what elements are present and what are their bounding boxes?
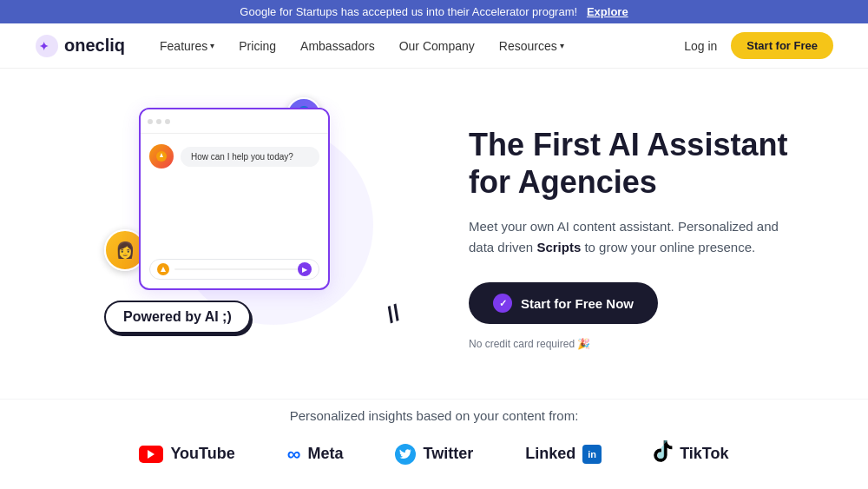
nav-pricing[interactable]: Pricing (239, 39, 276, 53)
meta-label: Meta (307, 445, 343, 463)
chat-input[interactable]: ▶ (149, 259, 319, 280)
banner-link[interactable]: Explore (587, 5, 628, 18)
logo-icon: ✦ (35, 34, 59, 58)
nav-features[interactable]: Features ▾ (160, 39, 214, 53)
logos-row: YouTube ∞ Meta Twitter Linked in (0, 440, 868, 467)
chat-bot-avatar (149, 144, 174, 169)
tiktok-logo: TikTok (654, 440, 728, 467)
twitter-logo: Twitter (395, 444, 473, 465)
twitter-label: Twitter (423, 445, 473, 463)
logos-section: Personalized insights based on your cont… (0, 399, 868, 481)
logo-text: onecliq (64, 36, 125, 56)
hero-bold: Scripts (536, 240, 581, 254)
svg-marker-4 (161, 267, 166, 272)
nav-actions: Log in Start for Free (684, 32, 833, 59)
nav-resources[interactable]: Resources ▾ (499, 39, 564, 53)
navbar: ✦ onecliq Features ▾ Pricing Ambassadors… (0, 23, 868, 69)
nav-ambassadors[interactable]: Ambassadors (300, 39, 375, 53)
chat-input-placeholder (174, 268, 298, 270)
deco-lines: // (387, 302, 399, 325)
tiktok-icon (654, 440, 673, 467)
twitter-icon (395, 444, 416, 465)
no-credit-card-text: No credit card required 🎉 (469, 338, 799, 350)
ai-badge: Powered by AI ;) (104, 301, 251, 334)
tiktok-label: TikTok (680, 445, 728, 463)
announcement-banner: Google for Startups has accepted us into… (0, 0, 868, 23)
chat-message: How can I help you today? (141, 134, 328, 179)
hero-content: The First AI Assistant for Agencies Meet… (451, 126, 799, 350)
login-button[interactable]: Log in (684, 39, 717, 53)
svg-text:✦: ✦ (39, 40, 49, 53)
check-icon: ✓ (493, 294, 512, 313)
hero-section: 👤 👩 How can I help you today? (0, 69, 868, 399)
chat-header (141, 109, 328, 134)
chat-bubble: How can I help you today? (181, 147, 319, 167)
linkedin-text-brand: Linked (525, 445, 575, 463)
chevron-icon: ▾ (560, 41, 564, 50)
logo[interactable]: ✦ onecliq (35, 34, 125, 58)
youtube-label: YouTube (170, 445, 234, 463)
meta-logo: ∞ Meta (287, 443, 344, 466)
youtube-icon (139, 446, 163, 463)
youtube-play-icon (148, 450, 155, 459)
meta-icon: ∞ (287, 443, 301, 466)
chat-window: How can I help you today? ▶ (139, 108, 330, 290)
logos-title: Personalized insights based on your cont… (0, 408, 868, 423)
hero-description: Meet your own AI content assistant. Pers… (469, 216, 799, 258)
chat-dot-2 (156, 119, 161, 124)
cta-button[interactable]: ✓ Start for Free Now (469, 282, 658, 324)
avatar-person-left-icon: 👩 (115, 241, 135, 260)
linkedin-logo: Linked in (525, 445, 602, 464)
nav-company[interactable]: Our Company (399, 39, 475, 53)
cta-label: Start for Free Now (521, 296, 634, 311)
youtube-logo: YouTube (139, 445, 234, 463)
hero-illustration: 👤 👩 How can I help you today? (87, 90, 417, 386)
chat-input-icon (157, 263, 169, 275)
chat-dot-1 (148, 119, 153, 124)
start-free-button[interactable]: Start for Free (731, 32, 833, 59)
banner-text: Google for Startups has accepted us into… (240, 5, 577, 18)
hero-title: The First AI Assistant for Agencies (469, 126, 799, 201)
send-icon[interactable]: ▶ (298, 262, 312, 276)
chevron-icon: ▾ (210, 41, 214, 50)
linkedin-icon: in (582, 445, 602, 464)
chat-dot-3 (165, 119, 170, 124)
nav-links: Features ▾ Pricing Ambassadors Our Compa… (160, 39, 684, 53)
